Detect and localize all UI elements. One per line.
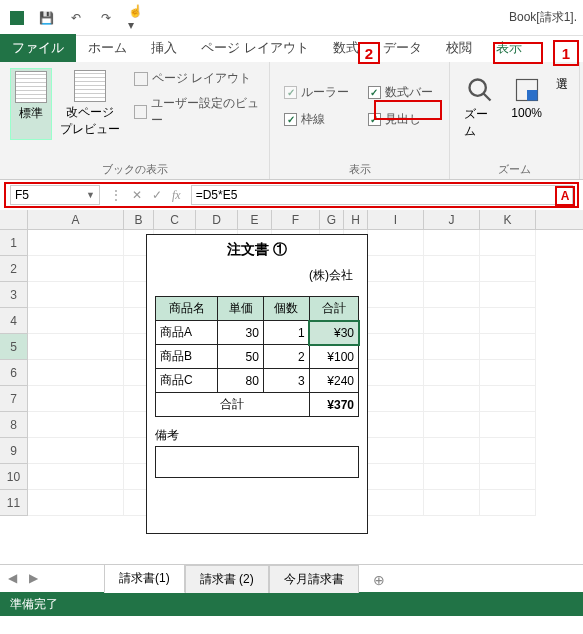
grid-cell[interactable] [28, 360, 124, 386]
cell[interactable]: 80 [218, 369, 264, 393]
cell[interactable]: 3 [263, 369, 309, 393]
grid-cell[interactable] [480, 412, 536, 438]
grid-cell[interactable] [368, 464, 424, 490]
redo-icon[interactable]: ↷ [98, 10, 114, 26]
col-header[interactable]: H [344, 210, 368, 229]
row-header[interactable]: 1 [0, 230, 28, 256]
grid-cell[interactable] [28, 412, 124, 438]
tab-data[interactable]: データ [371, 34, 434, 62]
grid-cell[interactable] [368, 230, 424, 256]
col-header[interactable]: K [480, 210, 536, 229]
cell[interactable]: ¥100 [309, 345, 358, 369]
grid-cell[interactable] [480, 334, 536, 360]
tab-review[interactable]: 校閲 [434, 34, 484, 62]
grid-cell[interactable] [480, 438, 536, 464]
row-header[interactable]: 11 [0, 490, 28, 516]
col-header[interactable]: B [124, 210, 154, 229]
enter-icon[interactable]: ✓ [152, 188, 162, 202]
cell[interactable]: 30 [218, 321, 264, 345]
zoom-selection-button[interactable]: 選 [554, 74, 569, 142]
grid-cell[interactable] [480, 386, 536, 412]
grid-cell[interactable] [424, 230, 480, 256]
grid-cell[interactable] [368, 438, 424, 464]
row-header[interactable]: 6 [0, 360, 28, 386]
row-header[interactable]: 3 [0, 282, 28, 308]
col-header[interactable]: I [368, 210, 424, 229]
grid-cell[interactable] [424, 386, 480, 412]
row-header[interactable]: 4 [0, 308, 28, 334]
grid-cell[interactable] [480, 308, 536, 334]
grid-cell[interactable] [424, 438, 480, 464]
grid-cell[interactable] [368, 360, 424, 386]
grid-cell[interactable] [28, 308, 124, 334]
grid-cell[interactable] [480, 464, 536, 490]
add-sheet-button[interactable]: ⊕ [359, 567, 399, 593]
grid-cell[interactable] [28, 230, 124, 256]
grid-cell[interactable] [480, 256, 536, 282]
grid-cell[interactable] [424, 282, 480, 308]
sheet-tab-3[interactable]: 今月請求書 [269, 565, 359, 593]
col-header[interactable]: E [238, 210, 272, 229]
memo-box[interactable] [155, 446, 359, 478]
sheet-nav[interactable]: ◀▶ [8, 564, 38, 592]
col-header[interactable]: G [320, 210, 344, 229]
grid-cell[interactable] [424, 256, 480, 282]
row-header[interactable]: 8 [0, 412, 28, 438]
grid-cell[interactable] [424, 490, 480, 516]
grid-cell[interactable] [368, 256, 424, 282]
grid-cell[interactable] [28, 464, 124, 490]
row-header[interactable]: 10 [0, 464, 28, 490]
grid-cell[interactable] [480, 490, 536, 516]
fx-icon[interactable]: fx [172, 188, 181, 203]
grid-cell[interactable] [28, 334, 124, 360]
col-header[interactable]: D [196, 210, 238, 229]
formula-input[interactable]: =D5*E5 [191, 185, 573, 205]
grid-cell[interactable] [368, 386, 424, 412]
grid-cell[interactable] [368, 412, 424, 438]
grid-cell[interactable] [424, 464, 480, 490]
grid-cell[interactable] [368, 490, 424, 516]
row-header[interactable]: 7 [0, 386, 28, 412]
grid-cell[interactable] [424, 412, 480, 438]
tab-pagelayout[interactable]: ページ レイアウト [189, 34, 321, 62]
view-normal-button[interactable]: 標準 [10, 68, 52, 140]
cancel-icon[interactable]: ✕ [132, 188, 142, 202]
page-layout-button[interactable]: ページ レイアウト [134, 68, 259, 89]
next-sheet-icon[interactable]: ▶ [29, 571, 38, 585]
grid-cell[interactable] [480, 282, 536, 308]
zoom-100-button[interactable]: 100% [507, 74, 546, 142]
grid-cell[interactable] [480, 230, 536, 256]
grid-cell[interactable] [424, 308, 480, 334]
sheet-tab-2[interactable]: 請求書 (2) [185, 565, 269, 593]
col-header[interactable]: J [424, 210, 480, 229]
col-header[interactable]: A [28, 210, 124, 229]
grid-cell[interactable] [368, 334, 424, 360]
grid-cell[interactable] [368, 308, 424, 334]
row-header[interactable]: 9 [0, 438, 28, 464]
grid-cell[interactable] [424, 360, 480, 386]
grid-cell[interactable] [424, 334, 480, 360]
touch-icon[interactable]: ☝▾ [128, 10, 144, 26]
cell[interactable]: 2 [263, 345, 309, 369]
tab-home[interactable]: ホーム [76, 34, 139, 62]
view-pagebreak-button[interactable]: 改ページ プレビュー [56, 68, 124, 140]
col-header[interactable]: C [154, 210, 196, 229]
grid-cell[interactable] [28, 386, 124, 412]
grid-cell[interactable] [28, 282, 124, 308]
cell[interactable]: 商品B [156, 345, 218, 369]
cell[interactable]: 商品C [156, 369, 218, 393]
prev-sheet-icon[interactable]: ◀ [8, 571, 17, 585]
cell[interactable]: 商品A [156, 321, 218, 345]
custom-views-button[interactable]: ユーザー設定のビュー [134, 93, 259, 131]
dropdown-icon[interactable]: ▼ [86, 190, 95, 200]
grid-cell[interactable] [480, 360, 536, 386]
select-all-corner[interactable] [0, 210, 28, 229]
zoom-button[interactable]: ズーム [460, 74, 499, 142]
save-icon[interactable]: 💾 [38, 10, 54, 26]
sheet-tab-1[interactable]: 請求書(1) [104, 564, 185, 593]
col-header[interactable]: F [272, 210, 320, 229]
grid-cell[interactable] [28, 256, 124, 282]
row-header[interactable]: 5 [0, 334, 28, 360]
cell[interactable]: ¥240 [309, 369, 358, 393]
grid-cell[interactable] [28, 438, 124, 464]
